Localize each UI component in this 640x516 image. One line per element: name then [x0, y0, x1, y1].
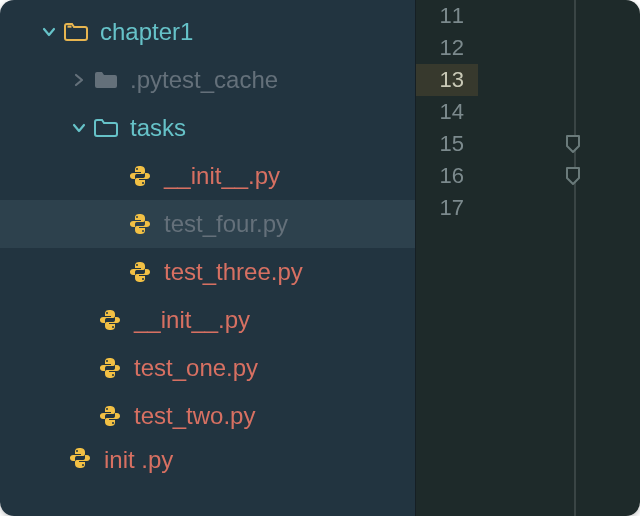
editor-indent-guide — [574, 0, 576, 516]
svg-point-8 — [112, 326, 114, 328]
python-icon — [126, 260, 154, 284]
svg-point-14 — [82, 464, 84, 466]
folder-outline-icon — [92, 118, 120, 138]
fold-marker-icon[interactable] — [564, 134, 582, 154]
svg-point-13 — [76, 450, 78, 452]
svg-point-4 — [142, 230, 144, 232]
python-icon — [126, 164, 154, 188]
folder-closed-icon — [92, 70, 120, 90]
tree-folder-label: chapter1 — [100, 18, 415, 46]
tree-file-test-four[interactable]: test_four.py — [0, 200, 415, 248]
svg-point-6 — [142, 278, 144, 280]
tree-folder-pytest-cache[interactable]: .pytest_cache — [0, 56, 415, 104]
svg-point-1 — [136, 168, 138, 170]
tree-file-label: test_one.py — [134, 354, 415, 382]
folder-open-icon — [62, 22, 90, 42]
svg-rect-0 — [68, 26, 72, 28]
line-number: 12 — [416, 32, 478, 64]
python-icon — [126, 212, 154, 236]
chevron-down-icon — [36, 24, 62, 40]
tree-folder-label: tasks — [130, 114, 415, 142]
tree-folder-tasks[interactable]: tasks — [0, 104, 415, 152]
line-number: 11 — [416, 0, 478, 32]
python-icon — [96, 404, 124, 428]
tree-folder-chapter1[interactable]: chapter1 — [0, 8, 415, 56]
svg-point-11 — [106, 408, 108, 410]
tree-file-label: test_four.py — [164, 210, 415, 238]
line-number: 16 — [416, 160, 478, 192]
svg-point-12 — [112, 422, 114, 424]
line-number: 15 — [416, 128, 478, 160]
svg-point-10 — [112, 374, 114, 376]
tree-file-test-one[interactable]: test_one.py — [0, 344, 415, 392]
svg-point-7 — [106, 312, 108, 314]
tree-file-test-three[interactable]: test_three.py — [0, 248, 415, 296]
tree-file-init-tasks[interactable]: __init__.py — [0, 152, 415, 200]
python-icon — [96, 308, 124, 332]
tree-file-label: __init__.py — [134, 306, 415, 334]
line-number: 14 — [416, 96, 478, 128]
file-tree: chapter1 .pytest_cache — [0, 0, 415, 480]
editor-area[interactable]: 11 12 13 14 15 16 17 — [415, 0, 640, 516]
tree-file-label: test_three.py — [164, 258, 415, 286]
python-icon — [96, 356, 124, 380]
svg-point-5 — [136, 264, 138, 266]
svg-point-9 — [106, 360, 108, 362]
tree-file-partial[interactable]: init .py — [0, 440, 415, 480]
tree-file-label: __init__.py — [164, 162, 415, 190]
tree-file-label: test_two.py — [134, 402, 415, 430]
chevron-right-icon — [66, 72, 92, 88]
tree-file-label: init .py — [104, 446, 415, 474]
line-number-current: 13 — [416, 64, 478, 96]
line-number: 17 — [416, 192, 478, 224]
file-tree-sidebar: chapter1 .pytest_cache — [0, 0, 415, 516]
tree-file-init-chapter[interactable]: __init__.py — [0, 296, 415, 344]
chevron-down-icon — [66, 120, 92, 136]
tree-folder-label: .pytest_cache — [130, 66, 415, 94]
svg-point-2 — [142, 182, 144, 184]
fold-marker-icon[interactable] — [564, 166, 582, 186]
python-icon — [66, 446, 94, 470]
tree-file-test-two[interactable]: test_two.py — [0, 392, 415, 440]
ide-window: chapter1 .pytest_cache — [0, 0, 640, 516]
svg-point-3 — [136, 216, 138, 218]
line-number-gutter: 11 12 13 14 15 16 17 — [416, 0, 478, 516]
